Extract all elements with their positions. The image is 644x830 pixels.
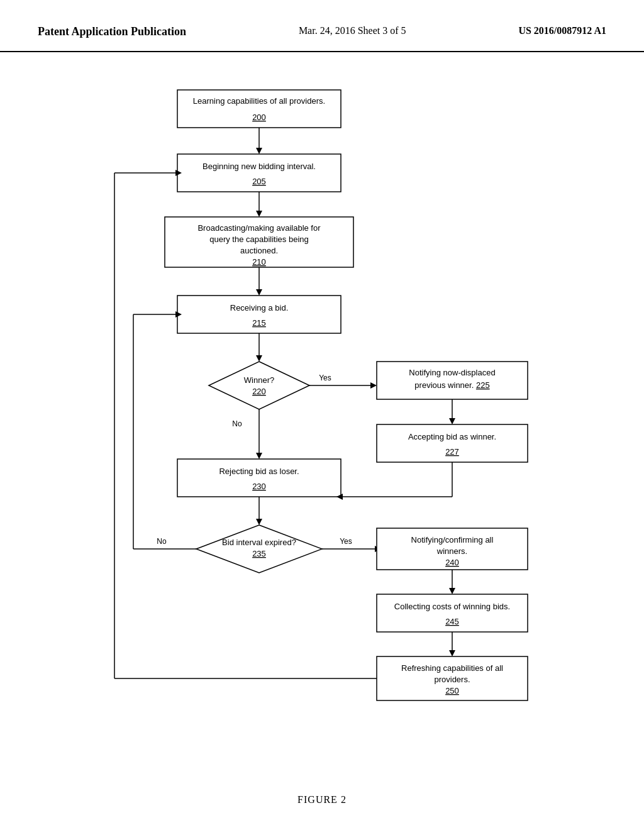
svg-text:250: 250 [445, 686, 459, 695]
svg-text:auctioned.: auctioned. [240, 246, 278, 255]
svg-text:210: 210 [252, 257, 266, 267]
svg-text:Beginning new bidding interval: Beginning new bidding interval. [203, 162, 316, 171]
svg-text:Yes: Yes [319, 374, 331, 382]
svg-text:Refreshing capabilities of all: Refreshing capabilities of all [401, 663, 503, 673]
svg-text:Notifying now-displaced: Notifying now-displaced [409, 368, 495, 377]
svg-text:winners.: winners. [436, 546, 467, 556]
svg-text:240: 240 [445, 558, 459, 567]
svg-text:Accepting bid as winner.: Accepting bid as winner. [408, 432, 496, 441]
svg-text:providers.: providers. [434, 675, 470, 684]
svg-text:220: 220 [252, 387, 266, 396]
svg-text:No: No [157, 537, 167, 546]
svg-text:Notifying/confirming all: Notifying/confirming all [411, 535, 494, 545]
svg-marker-32 [449, 418, 455, 424]
flowchart-svg: Learning capabilities of all providers. … [77, 77, 567, 756]
page-header: Patent Application Publication Mar. 24, … [0, 0, 644, 52]
svg-text:235: 235 [252, 549, 266, 558]
svg-marker-37 [256, 453, 262, 459]
svg-text:230: 230 [252, 482, 266, 491]
sheet-info: Mar. 24, 2016 Sheet 3 of 5 [299, 25, 406, 36]
svg-marker-4 [256, 148, 262, 154]
svg-marker-26 [370, 382, 377, 389]
svg-text:query the capabilities being: query the capabilities being [209, 235, 309, 244]
svg-text:227: 227 [445, 447, 459, 456]
svg-marker-22 [209, 362, 309, 409]
publication-label: Patent Application Publication [38, 25, 186, 38]
svg-text:200: 200 [252, 113, 266, 122]
svg-marker-58 [449, 588, 455, 594]
svg-text:Learning capabilities of all p: Learning capabilities of all providers. [193, 96, 325, 106]
diagram-area: Learning capabilities of all providers. … [0, 52, 644, 782]
svg-text:Winner?: Winner? [244, 375, 274, 385]
svg-rect-0 [177, 90, 341, 128]
svg-rect-5 [177, 154, 341, 192]
svg-text:Receiving a bid.: Receiving a bid. [230, 303, 289, 313]
svg-rect-59 [377, 594, 528, 632]
svg-text:No: No [232, 419, 242, 428]
svg-marker-46 [256, 519, 262, 525]
svg-text:Rejecting bid as loser.: Rejecting bid as loser. [219, 467, 299, 476]
svg-rect-17 [177, 296, 341, 333]
svg-text:previous winner.  225: previous winner. 225 [414, 380, 489, 390]
svg-marker-9 [256, 211, 262, 217]
svg-text:245: 245 [445, 617, 459, 626]
svg-marker-21 [256, 355, 262, 362]
svg-marker-16 [256, 289, 262, 296]
svg-text:Bid interval expired?: Bid interval expired? [222, 538, 296, 547]
svg-rect-33 [377, 424, 528, 462]
svg-text:Yes: Yes [340, 537, 352, 546]
svg-marker-63 [449, 650, 455, 656]
patent-number: US 2016/0087912 A1 [518, 25, 606, 36]
svg-text:Collecting costs of winning bi: Collecting costs of winning bids. [394, 602, 510, 611]
svg-text:215: 215 [252, 318, 266, 328]
svg-rect-39 [177, 459, 341, 497]
svg-text:205: 205 [252, 177, 266, 186]
figure-caption: FIGURE 2 [0, 794, 644, 805]
svg-text:Broadcasting/making available : Broadcasting/making available for [197, 223, 321, 233]
